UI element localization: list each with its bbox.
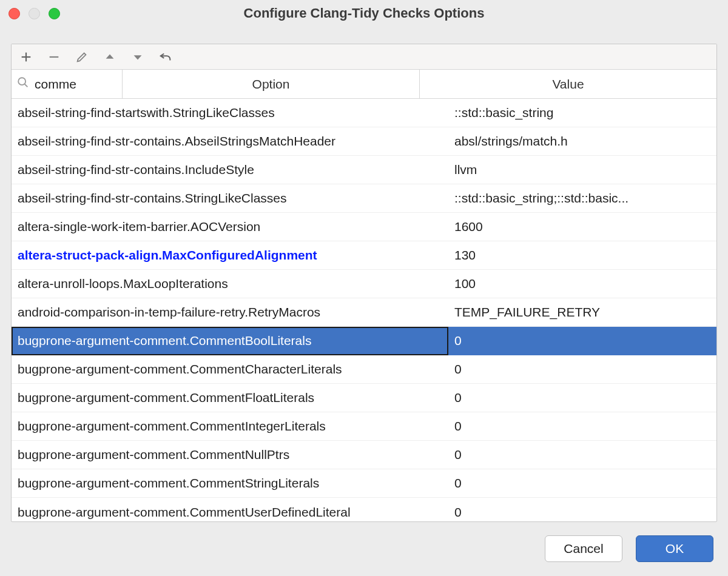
table-row[interactable]: abseil-string-find-str-contains.IncludeS… [12, 156, 716, 184]
options-table-body: abseil-string-find-startswith.StringLike… [12, 99, 716, 521]
option-cell[interactable]: abseil-string-find-startswith.StringLike… [12, 105, 448, 120]
option-cell[interactable]: bugprone-argument-comment.CommentCharact… [12, 362, 448, 377]
search-input[interactable] [35, 77, 117, 92]
value-cell[interactable]: 0 [448, 476, 716, 491]
move-down-button[interactable] [129, 49, 146, 65]
remove-button[interactable] [46, 49, 62, 65]
column-header-option[interactable]: Option [123, 70, 420, 98]
edit-button[interactable] [73, 49, 90, 65]
toolbar [12, 44, 716, 70]
value-cell[interactable]: 0 [448, 362, 716, 377]
table-row[interactable]: altera-unroll-loops.MaxLoopIterations100 [12, 270, 716, 298]
table-row[interactable]: bugprone-argument-comment.CommentCharact… [12, 355, 716, 384]
value-cell[interactable]: ::std::basic_string [448, 105, 716, 120]
svg-line-6 [25, 84, 28, 87]
value-cell[interactable]: TEMP_FAILURE_RETRY [448, 305, 716, 320]
table-row[interactable]: bugprone-argument-comment.CommentFloatLi… [12, 384, 716, 412]
minimize-window-button[interactable] [29, 8, 40, 19]
table-header: Option Value [12, 70, 716, 99]
option-cell[interactable]: bugprone-argument-comment.CommentNullPtr… [12, 447, 448, 462]
value-cell[interactable]: 1600 [448, 219, 716, 234]
value-cell[interactable]: 100 [448, 276, 716, 291]
ok-button[interactable]: OK [636, 535, 713, 562]
value-cell[interactable]: 0 [448, 419, 716, 434]
option-cell[interactable]: abseil-string-find-str-contains.IncludeS… [12, 162, 448, 177]
value-cell[interactable]: 0 [448, 333, 716, 348]
option-cell[interactable]: android-comparison-in-temp-failure-retry… [12, 305, 448, 320]
dialog-buttons: Cancel OK [0, 522, 728, 562]
table-row[interactable]: altera-single-work-item-barrier.AOCVersi… [12, 213, 716, 241]
value-cell[interactable]: llvm [448, 162, 716, 177]
option-cell[interactable]: altera-unroll-loops.MaxLoopIterations [12, 276, 448, 291]
cancel-button[interactable]: Cancel [545, 535, 622, 562]
table-row[interactable]: abseil-string-find-startswith.StringLike… [12, 99, 716, 127]
svg-marker-3 [106, 54, 114, 58]
value-cell[interactable]: 0 [448, 447, 716, 462]
revert-button[interactable] [157, 49, 174, 65]
value-cell[interactable]: absl/strings/match.h [448, 134, 716, 149]
titlebar: Configure Clang-Tidy Checks Options [0, 0, 728, 27]
table-row[interactable]: abseil-string-find-str-contains.AbseilSt… [12, 127, 716, 156]
svg-point-5 [18, 78, 25, 85]
search-cell[interactable] [12, 70, 123, 98]
table-row[interactable]: android-comparison-in-temp-failure-retry… [12, 298, 716, 327]
value-cell[interactable]: 130 [448, 248, 716, 263]
table-row[interactable]: altera-struct-pack-align.MaxConfiguredAl… [12, 241, 716, 270]
table-row[interactable]: abseil-string-find-str-contains.StringLi… [12, 184, 716, 213]
svg-marker-4 [134, 55, 142, 59]
value-cell[interactable]: ::std::basic_string;::std::basic... [448, 191, 716, 206]
table-row[interactable]: bugprone-argument-comment.CommentNullPtr… [12, 441, 716, 469]
search-icon [16, 76, 30, 92]
value-cell[interactable]: 0 [448, 505, 716, 520]
close-window-button[interactable] [8, 8, 20, 19]
maximize-window-button[interactable] [49, 8, 60, 19]
table-row[interactable]: bugprone-argument-comment.CommentBoolLit… [12, 327, 716, 355]
option-cell[interactable]: bugprone-argument-comment.CommentBoolLit… [12, 327, 448, 355]
move-up-button[interactable] [101, 49, 118, 65]
table-row[interactable]: bugprone-argument-comment.CommentStringL… [12, 469, 716, 498]
option-cell[interactable]: abseil-string-find-str-contains.StringLi… [12, 191, 448, 206]
option-cell[interactable]: bugprone-argument-comment.CommentUserDef… [12, 505, 448, 520]
option-cell[interactable]: bugprone-argument-comment.CommentFloatLi… [12, 390, 448, 405]
option-cell[interactable]: altera-single-work-item-barrier.AOCVersi… [12, 219, 448, 234]
traffic-lights [8, 8, 60, 19]
table-row[interactable]: bugprone-argument-comment.CommentUserDef… [12, 498, 716, 521]
column-header-value[interactable]: Value [420, 70, 716, 98]
value-cell[interactable]: 0 [448, 390, 716, 405]
option-cell[interactable]: altera-struct-pack-align.MaxConfiguredAl… [12, 248, 448, 263]
option-cell[interactable]: bugprone-argument-comment.CommentInteger… [12, 419, 448, 434]
option-cell[interactable]: abseil-string-find-str-contains.AbseilSt… [12, 134, 448, 149]
table-row[interactable]: bugprone-argument-comment.CommentInteger… [12, 412, 716, 441]
option-cell[interactable]: bugprone-argument-comment.CommentStringL… [12, 476, 448, 491]
window-title: Configure Clang-Tidy Checks Options [0, 5, 728, 21]
add-button[interactable] [18, 49, 35, 65]
options-panel: Option Value abseil-string-find-startswi… [11, 44, 717, 522]
